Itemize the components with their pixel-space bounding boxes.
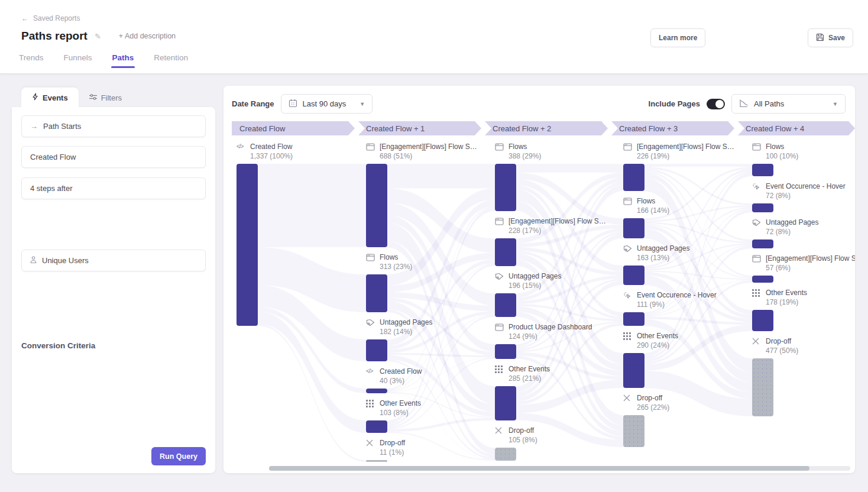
query-builder-panel: → Path Starts Created Flow 4 steps after… — [12, 107, 215, 473]
tab-paths[interactable]: Paths — [111, 53, 135, 72]
node-label: Untagged Pages72 (8%) — [752, 218, 855, 237]
sankey-bar[interactable] — [752, 276, 773, 283]
sankey-bar[interactable] — [752, 239, 773, 248]
node-value: 166 (14%) — [637, 206, 669, 215]
node-name: Created Flow — [380, 367, 422, 376]
node-name: Drop-off — [380, 439, 405, 448]
x-icon — [623, 394, 633, 412]
node-value: 105 (8%) — [509, 435, 537, 445]
sankey-bar[interactable] — [752, 310, 773, 331]
calendar-icon — [289, 99, 297, 109]
include-pages-label: Include Pages — [649, 99, 700, 108]
sidebar-tab-events[interactable]: Events — [21, 88, 79, 108]
tag-icon — [752, 218, 762, 237]
sankey-bar-dropoff[interactable] — [752, 358, 773, 416]
sankey-bar[interactable] — [623, 266, 644, 285]
created-flow-step-row[interactable]: Created Flow — [21, 146, 206, 168]
horizontal-scrollbar — [269, 466, 850, 471]
page-title: Paths report — [21, 30, 88, 43]
sankey-bar[interactable] — [366, 164, 387, 247]
tab-funnels[interactable]: Funnels — [63, 53, 93, 72]
sankey-bar[interactable] — [495, 344, 516, 359]
sidebar-tab-filters[interactable]: Filters — [79, 88, 132, 108]
node-label: </>Created Flow1,337 (100%) — [237, 143, 367, 161]
back-to-saved-reports[interactable]: ← Saved Reports — [21, 14, 80, 22]
tab-retention[interactable]: Retention — [153, 53, 189, 72]
node-label: [Engagement][Flows] Flow S…228 (17%) — [495, 217, 625, 235]
include-pages-toggle[interactable] — [707, 99, 725, 109]
x-icon — [752, 337, 762, 355]
learn-more-button[interactable]: Learn more — [650, 28, 705, 47]
sankey-bar-dropoff[interactable] — [623, 415, 644, 447]
date-range-dropdown[interactable]: Last 90 days ▼ — [281, 94, 373, 114]
save-button[interactable]: Save — [808, 28, 853, 47]
node-value: 285 (21%) — [509, 374, 550, 383]
sankey-bar[interactable] — [366, 389, 387, 393]
sankey-bar[interactable] — [623, 164, 644, 191]
sankey-bar[interactable] — [366, 339, 387, 361]
sankey-bar[interactable] — [752, 203, 773, 212]
grid-icon — [752, 289, 762, 307]
window-icon — [495, 217, 504, 235]
run-query-button[interactable]: Run Query — [151, 447, 206, 465]
node-name: [Engagement][Flows] Flow S… — [637, 143, 734, 151]
steps-after-row[interactable]: 4 steps after — [21, 177, 206, 199]
edit-title-icon[interactable]: ✎ — [95, 32, 101, 41]
node-value: 477 (50%) — [766, 346, 798, 355]
node-label: [Engagement][Flows] Flow S…226 (19%) — [623, 143, 753, 161]
sankey-bar[interactable] — [495, 238, 516, 266]
sankey-bar[interactable] — [495, 164, 516, 211]
x-icon — [495, 426, 504, 445]
node-label: Drop-off477 (50%) — [752, 337, 855, 355]
column-header-0: Created Flow — [232, 121, 355, 135]
window-icon — [366, 253, 375, 271]
node-name: Other Events — [637, 332, 678, 341]
node-label: Other Events290 (24%) — [623, 332, 753, 350]
horizontal-scrollbar-thumb[interactable] — [269, 466, 809, 471]
node-value: 313 (23%) — [380, 262, 412, 271]
unique-users-row[interactable]: Unique Users — [21, 250, 206, 271]
sankey-bar[interactable] — [495, 386, 516, 420]
node-value: 1,337 (100%) — [250, 151, 293, 161]
sankey-bar[interactable] — [495, 293, 516, 317]
tab-trends[interactable]: Trends — [18, 53, 45, 72]
sankey-bar[interactable] — [623, 353, 644, 388]
column-header-2: Created Flow + 2 — [485, 121, 608, 135]
paths-filter-dropdown[interactable]: All Paths ▼ — [731, 94, 846, 114]
sankey-bar[interactable] — [752, 164, 773, 176]
path-starts-row[interactable]: → Path Starts — [21, 115, 206, 137]
date-range-value: Last 90 days — [303, 99, 346, 108]
sankey-bar[interactable] — [623, 312, 644, 326]
node-name: Untagged Pages — [509, 272, 561, 281]
node-name: Drop-off — [766, 337, 798, 346]
node-name: Product Usage Dashboard — [509, 323, 592, 332]
code-icon: </> — [366, 367, 375, 386]
chevron-down-icon: ▼ — [359, 101, 365, 107]
grid-icon — [495, 365, 504, 383]
node-value: 163 (13%) — [637, 253, 689, 263]
column-header-3: Created Flow + 3 — [611, 121, 734, 135]
conversion-criteria-title: Conversion Criteria — [21, 341, 95, 350]
sankey-bar[interactable] — [366, 274, 387, 312]
node-label: Flows313 (23%) — [366, 253, 496, 271]
add-description-button[interactable]: + Add description — [119, 32, 176, 40]
window-icon — [495, 143, 504, 161]
window-icon — [495, 323, 504, 341]
node-label: Product Usage Dashboard124 (9%) — [495, 323, 625, 341]
toggle-knob — [715, 100, 724, 108]
sankey-bar[interactable] — [623, 218, 644, 238]
sankey-bar[interactable] — [366, 420, 387, 433]
node-name: [Engagement][Flows] Flow S… — [766, 254, 855, 263]
node-label: Flows388 (29%) — [495, 143, 625, 161]
column-header-4: Created Flow + 4 — [738, 121, 855, 135]
sankey-bar-dropoff[interactable] — [366, 460, 387, 462]
node-value: 124 (9%) — [509, 332, 592, 341]
node-name: Flows — [766, 143, 798, 151]
node-name: Flows — [637, 197, 669, 206]
tag-icon — [495, 272, 504, 290]
back-label: Saved Reports — [33, 14, 80, 22]
node-value: 72 (8%) — [766, 191, 846, 200]
sankey-bar-dropoff[interactable] — [495, 448, 516, 461]
sankey-bar[interactable] — [237, 164, 258, 326]
node-name: Other Events — [766, 289, 807, 297]
